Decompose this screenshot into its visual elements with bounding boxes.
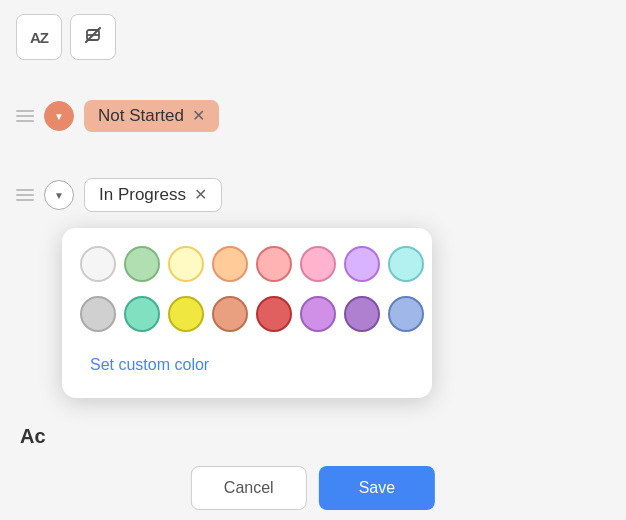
color-picker-popup: Set custom color <box>62 228 432 398</box>
color-swatch-yellow-light[interactable] <box>168 246 204 282</box>
color-swatch-orange-light[interactable] <box>212 246 248 282</box>
tag-not-started-label: Not Started <box>98 106 184 126</box>
az-sort-button[interactable]: AZ <box>16 14 62 60</box>
tag-in-progress-remove[interactable]: ✕ <box>194 187 207 203</box>
strikethrough-icon <box>82 24 104 50</box>
color-swatch-purple-light[interactable] <box>344 246 380 282</box>
strikethrough-button[interactable] <box>70 14 116 60</box>
color-grid-row2 <box>80 296 414 332</box>
drag-handle-1[interactable] <box>16 110 34 122</box>
row-not-started: ▼ Not Started ✕ <box>16 100 219 132</box>
color-swatch-yellow[interactable] <box>168 296 204 332</box>
tag-in-progress[interactable]: In Progress ✕ <box>84 178 222 212</box>
color-grid-row1 <box>80 246 414 282</box>
color-swatch-purple[interactable] <box>344 296 380 332</box>
circle-button-2[interactable]: ▼ <box>44 180 74 210</box>
color-swatch-red-light[interactable] <box>256 246 292 282</box>
az-icon: AZ <box>30 29 48 46</box>
chevron-down-icon: ▼ <box>54 111 64 122</box>
toolbar: AZ <box>16 14 116 60</box>
color-swatch-white[interactable] <box>80 246 116 282</box>
tag-in-progress-label: In Progress <box>99 185 186 205</box>
add-label: Ac <box>20 425 46 448</box>
color-swatch-teal[interactable] <box>124 296 160 332</box>
save-button[interactable]: Save <box>319 466 435 510</box>
color-swatch-lavender[interactable] <box>300 296 336 332</box>
cancel-button[interactable]: Cancel <box>191 466 307 510</box>
row-in-progress: ▼ In Progress ✕ <box>16 178 222 212</box>
bottom-buttons: Cancel Save <box>191 466 435 510</box>
drag-handle-2[interactable] <box>16 189 34 201</box>
tag-not-started[interactable]: Not Started ✕ <box>84 100 219 132</box>
color-swatch-pink-light[interactable] <box>300 246 336 282</box>
color-swatch-red[interactable] <box>256 296 292 332</box>
color-swatch-blue-light[interactable] <box>388 296 424 332</box>
color-swatch-green-light[interactable] <box>124 246 160 282</box>
color-swatch-gray[interactable] <box>80 296 116 332</box>
tag-not-started-remove[interactable]: ✕ <box>192 108 205 124</box>
set-custom-color-button[interactable]: Set custom color <box>80 346 414 384</box>
color-swatch-salmon[interactable] <box>212 296 248 332</box>
color-swatch-cyan-light[interactable] <box>388 246 424 282</box>
chevron-down-icon-2: ▼ <box>54 190 64 201</box>
circle-button-1[interactable]: ▼ <box>44 101 74 131</box>
